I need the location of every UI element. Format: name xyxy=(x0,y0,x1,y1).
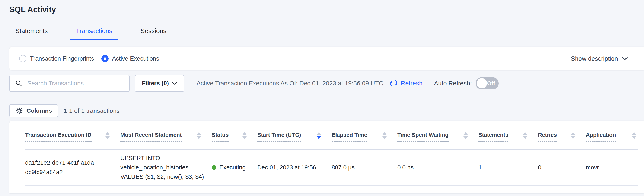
sort-arrows-icon[interactable] xyxy=(106,132,110,139)
radio-active-executions[interactable]: Active Executions xyxy=(101,55,159,62)
refresh-icon xyxy=(389,79,398,88)
col-header-transaction-execution-id[interactable]: Transaction Execution ID xyxy=(25,121,120,149)
transactions-table: Transaction Execution ID Most Recent Sta… xyxy=(25,121,638,186)
toggle-state-label: Off xyxy=(487,80,495,87)
tab-statements[interactable]: Statements xyxy=(10,27,54,40)
show-description-label: Show description xyxy=(571,55,618,62)
col-header-application[interactable]: Application xyxy=(586,121,638,149)
filters-button[interactable]: Filters (0) xyxy=(135,75,184,92)
col-header-status[interactable]: Status xyxy=(212,121,257,149)
view-mode-radio-group: Transaction Fingerprints Active Executio… xyxy=(19,55,159,62)
sort-arrows-icon[interactable] xyxy=(197,132,201,139)
search-icon xyxy=(15,80,22,87)
sort-arrows-icon[interactable] xyxy=(242,132,247,139)
refresh-button[interactable]: Refresh xyxy=(389,79,422,88)
cell-status: Executing xyxy=(212,149,257,186)
table-row: da1f21e2-de71-4c1f-a1da-dc9fc94a84a2 UPS… xyxy=(25,149,638,186)
show-description-toggle[interactable]: Show description xyxy=(571,55,628,62)
radio-transaction-fingerprints[interactable]: Transaction Fingerprints xyxy=(19,55,94,62)
col-header-start-time[interactable]: Start Time (UTC) xyxy=(257,121,332,149)
controls-row: Filters (0) Active Transaction Execution… xyxy=(10,75,644,92)
radio-label: Transaction Fingerprints xyxy=(30,55,94,62)
cell-application: movr xyxy=(586,149,638,186)
col-header-most-recent-statement[interactable]: Most Recent Statement xyxy=(120,121,212,149)
sort-arrows-icon[interactable] xyxy=(464,132,468,139)
cell-start-time: Dec 01, 2023 at 19:56 xyxy=(257,149,332,186)
toggle-knob xyxy=(477,78,487,88)
table-header-row: Transaction Execution ID Most Recent Sta… xyxy=(25,121,638,149)
search-input[interactable] xyxy=(27,80,126,87)
auto-refresh-toggle[interactable]: Off xyxy=(476,77,499,89)
refresh-label: Refresh xyxy=(401,80,422,87)
status-label: Executing xyxy=(219,163,246,172)
radio-unselected-icon[interactable] xyxy=(19,55,26,62)
results-count: 1-1 of 1 transactions xyxy=(64,107,120,114)
view-options-bar: Transaction Fingerprints Active Executio… xyxy=(10,47,644,70)
sort-arrows-icon[interactable] xyxy=(317,132,321,139)
cell-most-recent-statement[interactable]: UPSERT INTO vehicle_location_histories V… xyxy=(120,149,212,186)
sort-arrows-icon[interactable] xyxy=(632,132,636,139)
columns-button-label: Columns xyxy=(26,107,52,114)
radio-selected-icon[interactable] xyxy=(101,55,108,62)
as-of-timestamp: Active Transaction Executions As Of: Dec… xyxy=(196,80,383,87)
vertical-divider xyxy=(429,77,429,89)
columns-button[interactable]: Columns xyxy=(10,104,58,117)
cell-retries: 0 xyxy=(538,149,586,186)
chevron-down-icon xyxy=(172,82,177,85)
auto-refresh-control: Auto Refresh: Off xyxy=(434,77,499,89)
cell-elapsed-time: 887.0 µs xyxy=(332,149,397,186)
transactions-table-card: Transaction Execution ID Most Recent Sta… xyxy=(10,121,644,194)
search-box xyxy=(10,75,130,92)
filters-button-label: Filters (0) xyxy=(142,80,169,87)
cell-time-spent-waiting: 0.0 ns xyxy=(397,149,478,186)
sort-arrows-icon[interactable] xyxy=(571,132,575,139)
cell-execution-id: da1f21e2-de71-4c1f-a1da-dc9fc94a84a2 xyxy=(25,149,120,186)
col-header-elapsed-time[interactable]: Elapsed Time xyxy=(332,121,397,149)
col-header-time-spent-waiting[interactable]: Time Spent Waiting xyxy=(397,121,478,149)
col-header-retries[interactable]: Retries xyxy=(538,121,586,149)
page-title: SQL Activity xyxy=(10,5,644,14)
tab-sessions[interactable]: Sessions xyxy=(134,27,172,40)
sort-arrows-icon[interactable] xyxy=(382,132,387,139)
chevron-down-icon xyxy=(622,57,628,60)
radio-label: Active Executions xyxy=(112,55,159,62)
cell-statements: 1 xyxy=(478,149,538,186)
col-header-statements[interactable]: Statements xyxy=(478,121,538,149)
auto-refresh-label: Auto Refresh: xyxy=(434,80,472,87)
tab-bar: Statements Transactions Sessions xyxy=(10,27,644,40)
sort-arrows-icon[interactable] xyxy=(523,132,527,139)
status-executing-dot-icon xyxy=(212,165,216,170)
tab-transactions[interactable]: Transactions xyxy=(70,27,118,40)
gear-icon xyxy=(15,107,23,115)
table-toolbar: Columns 1-1 of 1 transactions xyxy=(10,104,644,117)
